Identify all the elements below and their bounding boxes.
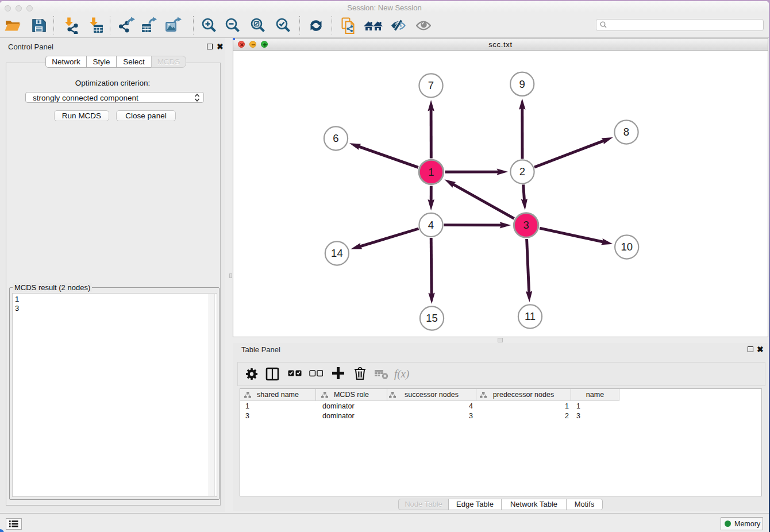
svg-text:9: 9	[519, 78, 525, 90]
svg-text:15: 15	[426, 312, 438, 324]
svg-text:14: 14	[331, 247, 343, 259]
svg-text:6: 6	[333, 132, 338, 144]
svg-text:8: 8	[623, 126, 629, 138]
svg-text:10: 10	[621, 241, 633, 253]
svg-text:1: 1	[428, 166, 434, 178]
svg-text:11: 11	[525, 310, 536, 322]
svg-text:4: 4	[428, 219, 434, 231]
svg-text:7: 7	[428, 79, 434, 91]
svg-text:2: 2	[519, 165, 525, 178]
svg-text:3: 3	[523, 219, 529, 231]
